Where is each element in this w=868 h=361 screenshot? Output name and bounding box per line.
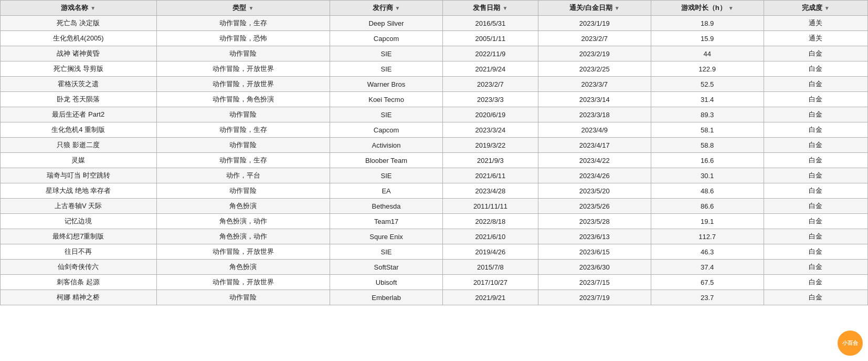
cell-hours: 58.8	[651, 138, 764, 153]
cell-type: 动作冒险，开放世界	[156, 275, 330, 290]
cell-type: 动作，平台	[156, 168, 330, 183]
th-complete-date[interactable]: 通关/白金日期 ▼	[538, 1, 651, 16]
cell-hours: 86.6	[651, 199, 764, 214]
cell-hours: 19.1	[651, 214, 764, 229]
cell-name: 记忆边境	[1, 214, 157, 229]
cell-complete_date: 2023/4/17	[538, 138, 651, 153]
cell-name: 瑞奇与叮当 时空跳转	[1, 168, 157, 183]
cell-release_date: 2016/5/31	[443, 16, 538, 31]
th-release[interactable]: 发售日期 ▼	[443, 1, 538, 16]
cell-type: 动作冒险，生存	[156, 122, 330, 138]
th-name-label: 游戏名称	[61, 3, 88, 13]
cell-type: 动作冒险，生存	[156, 153, 330, 168]
cell-type: 动作冒险	[156, 183, 330, 199]
cell-publisher: Emberlab	[330, 290, 443, 305]
cell-release_date: 2023/2/7	[443, 77, 538, 92]
th-release-label: 发售日期	[473, 3, 500, 13]
cell-status: 白金	[764, 214, 867, 229]
cell-complete_date: 2023/3/14	[538, 92, 651, 107]
cell-name: 刺客信条 起源	[1, 275, 157, 290]
cell-complete_date: 2023/2/7	[538, 31, 651, 46]
cell-type: 角色扮演	[156, 260, 330, 275]
cell-release_date: 2023/3/3	[443, 92, 538, 107]
cell-hours: 44	[651, 46, 764, 61]
cell-release_date: 2019/4/26	[443, 244, 538, 260]
cell-release_date: 2021/9/24	[443, 61, 538, 77]
cell-complete_date: 2023/6/15	[538, 244, 651, 260]
table-row: 生化危机4 重制版动作冒险，生存Capcom2023/3/242023/4/95…	[1, 122, 868, 138]
cell-publisher: Team17	[330, 214, 443, 229]
table-row: 柯娜 精神之桥动作冒险Emberlab2021/9/212023/7/1923.…	[1, 290, 868, 305]
table-row: 最终幻想7重制版角色扮演，动作Squre Enix2021/6/102023/6…	[1, 229, 868, 244]
sort-icon-status[interactable]: ▼	[824, 5, 830, 11]
cell-complete_date: 2023/7/19	[538, 290, 651, 305]
cell-complete_date: 2023/2/19	[538, 46, 651, 61]
cell-name: 往日不再	[1, 244, 157, 260]
cell-status: 白金	[764, 244, 867, 260]
table-row: 往日不再动作冒险，开放世界SIE2019/4/262023/6/1546.3白金	[1, 244, 868, 260]
cell-name: 星球大战 绝地 幸存者	[1, 183, 157, 199]
cell-hours: 52.5	[651, 77, 764, 92]
th-complete-date-label: 通关/白金日期	[569, 3, 612, 13]
cell-status: 白金	[764, 61, 867, 77]
th-status[interactable]: 完成度 ▼	[764, 1, 867, 16]
cell-publisher: Capcom	[330, 122, 443, 138]
th-type[interactable]: 类型 ▼	[156, 1, 330, 16]
th-type-label: 类型	[232, 3, 246, 13]
table-row: 卧龙 苍天陨落动作冒险，角色扮演Koei Tecmo2023/3/32023/3…	[1, 92, 868, 107]
cell-name: 霍格沃茨之遗	[1, 77, 157, 92]
th-publisher[interactable]: 发行商 ▼	[330, 1, 443, 16]
cell-type: 角色扮演	[156, 199, 330, 214]
cell-type: 动作冒险，恐怖	[156, 31, 330, 46]
cell-complete_date: 2023/7/15	[538, 275, 651, 290]
cell-publisher: SIE	[330, 107, 443, 122]
cell-hours: 46.3	[651, 244, 764, 260]
table-row: 战神 诸神黄昏动作冒险SIE2022/11/92023/2/1944白金	[1, 46, 868, 61]
sort-icon-release[interactable]: ▼	[502, 5, 507, 11]
sort-icon-name[interactable]: ▼	[90, 5, 96, 11]
sort-icon-type[interactable]: ▼	[248, 5, 253, 11]
cell-publisher: Deep Silver	[330, 16, 443, 31]
cell-complete_date: 2023/4/9	[538, 122, 651, 138]
cell-publisher: SIE	[330, 46, 443, 61]
sort-icon-complete-date[interactable]: ▼	[615, 5, 620, 11]
cell-complete_date: 2023/3/7	[538, 77, 651, 92]
cell-hours: 23.7	[651, 290, 764, 305]
cell-type: 动作冒险，角色扮演	[156, 92, 330, 107]
header-row: 游戏名称 ▼ 类型 ▼ 发行商 ▼	[1, 1, 868, 16]
cell-release_date: 2020/6/19	[443, 107, 538, 122]
cell-type: 动作冒险，生存	[156, 16, 330, 31]
cell-complete_date: 2023/2/25	[538, 61, 651, 77]
cell-status: 白金	[764, 168, 867, 183]
th-hours[interactable]: 游戏时长（h） ▼	[651, 1, 764, 16]
cell-type: 动作冒险	[156, 107, 330, 122]
cell-type: 角色扮演，动作	[156, 229, 330, 244]
cell-status: 白金	[764, 153, 867, 168]
cell-publisher: Bloober Team	[330, 153, 443, 168]
cell-hours: 122.9	[651, 61, 764, 77]
th-name[interactable]: 游戏名称 ▼	[1, 1, 157, 16]
cell-complete_date: 2023/3/18	[538, 107, 651, 122]
sort-icon-hours[interactable]: ▼	[728, 5, 734, 11]
sort-icon-publisher[interactable]: ▼	[395, 5, 400, 11]
cell-release_date: 2022/8/18	[443, 214, 538, 229]
table-row: 只狼 影逝二度动作冒险Activision2019/3/222023/4/175…	[1, 138, 868, 153]
cell-release_date: 2021/9/3	[443, 153, 538, 168]
cell-status: 白金	[764, 107, 867, 122]
cell-publisher: Ubisoft	[330, 275, 443, 290]
cell-type: 动作冒险	[156, 46, 330, 61]
table-row: 生化危机4(2005)动作冒险，恐怖Capcom2005/1/112023/2/…	[1, 31, 868, 46]
cell-publisher: SIE	[330, 61, 443, 77]
cell-name: 生化危机4 重制版	[1, 122, 157, 138]
cell-complete_date: 2023/4/26	[538, 168, 651, 183]
cell-type: 角色扮演，动作	[156, 214, 330, 229]
table-row: 死亡岛 决定版动作冒险，生存Deep Silver2016/5/312023/1…	[1, 16, 868, 31]
cell-hours: 67.5	[651, 275, 764, 290]
cell-status: 通关	[764, 31, 867, 46]
cell-hours: 16.6	[651, 153, 764, 168]
cell-hours: 37.4	[651, 260, 764, 275]
cell-release_date: 2019/3/22	[443, 138, 538, 153]
cell-status: 白金	[764, 199, 867, 214]
cell-release_date: 2017/10/27	[443, 275, 538, 290]
cell-type: 动作冒险	[156, 290, 330, 305]
